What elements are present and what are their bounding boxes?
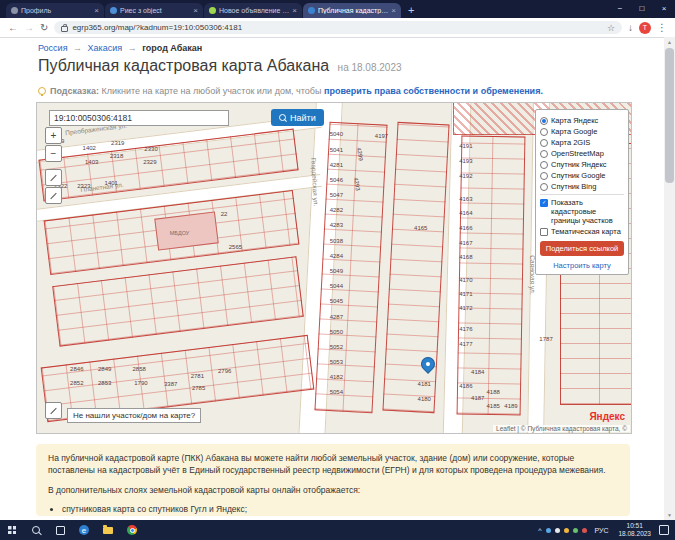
close-button[interactable]: × [653,0,675,17]
browser-tab[interactable]: Публичная кадастровая карта × [303,3,401,18]
parcel-number[interactable]: 2330 [144,146,157,152]
page-scrollbar[interactable]: ▲ ▼ [664,37,675,520]
parcel-number[interactable]: 4168 [459,254,472,260]
taskbar-search-button[interactable] [24,520,48,540]
parcel-number[interactable]: 4182 [330,374,343,380]
tab-close-icon[interactable]: × [391,6,396,15]
parcel-number[interactable]: 2329 [143,159,156,165]
browser-tab[interactable]: Профиль × [6,3,104,18]
layer-radio-option[interactable]: Спутник Bing [540,182,624,191]
bookmark-star-icon[interactable]: ☆ [607,23,615,33]
parcel-number[interactable]: 1402 [83,145,96,151]
hint-link[interactable]: проверить права собственности и обремене… [324,86,543,96]
parcel-number[interactable]: 5053 [330,359,343,365]
parcel-number[interactable]: 4180 [418,396,431,402]
reload-icon[interactable]: ↻ [40,23,48,33]
map-checkbox-option[interactable]: Тематическая карта [540,227,624,236]
parcel-number[interactable]: 4163 [459,196,472,202]
tray-icon[interactable] [573,528,578,533]
scroll-down-arrow[interactable]: ▼ [664,510,675,520]
parcel-number[interactable]: 4184 [471,369,484,375]
parcel-number[interactable]: 5050 [330,329,343,335]
parcel-number[interactable]: 2781 [191,373,204,379]
parcel-number[interactable]: 4167 [459,240,472,246]
parcel-number[interactable]: 5049 [330,268,343,274]
taskbar-chrome-button[interactable] [120,520,144,540]
parcel-number[interactable]: 2858 [132,366,145,372]
parcel-number[interactable]: 4165 [414,225,427,231]
layer-radio-option[interactable]: OpenStreetMap [540,149,624,158]
map-attribution[interactable]: Leaflet | © Публичная кадастровая карта,… [493,425,630,432]
parcel-number[interactable]: 4287 [330,314,343,320]
parcel-number[interactable]: 2565 [229,244,242,250]
parcel-number[interactable]: 4197 [375,133,388,139]
parcel-number[interactable]: 4170 [459,277,472,283]
measure-tool-button[interactable] [45,169,62,186]
parcel-number[interactable]: 1790 [134,380,147,386]
maximize-button[interactable]: □ [631,0,653,17]
parcel-number[interactable]: 2846 [70,366,83,372]
parcel-number[interactable]: 22 [221,211,228,217]
tab-close-icon[interactable]: × [193,6,198,15]
parcel-number[interactable]: 4283 [330,222,343,228]
browser-tab[interactable]: Новое объявление — Объявле × [204,3,302,18]
zoom-out-button[interactable]: − [45,145,62,162]
language-indicator[interactable]: РУС [594,527,608,534]
parcel-number[interactable]: 4177 [459,341,472,347]
notification-center-icon[interactable] [659,525,669,535]
parcel-number[interactable]: 4193 [459,158,472,164]
tray-icon[interactable] [546,528,551,533]
forward-icon[interactable]: → [24,23,34,33]
parcel-number[interactable]: 5041 [330,147,343,153]
parcel-number[interactable]: 5047 [330,192,343,198]
parcel-number[interactable]: 4166 [459,225,472,231]
taskbar-explorer-button[interactable] [96,520,120,540]
parcel-number[interactable]: 2318 [110,153,123,159]
parcel-number[interactable]: 2319 [111,140,124,146]
task-view-button[interactable] [48,520,72,540]
scroll-up-arrow[interactable]: ▲ [664,37,675,47]
map-settings-link[interactable]: Настроить карту [540,261,624,270]
parcel-number[interactable]: 4284 [330,253,343,259]
map-canvas[interactable]: МБДОУ Преображенская ул.Планетная ул.Гва… [36,102,632,434]
breadcrumb-link[interactable]: Россия [38,43,68,53]
tray-icon[interactable] [582,528,587,533]
parcel-number[interactable]: 2849 [98,366,111,372]
parcel-number[interactable]: 4186 [459,383,472,389]
map-checkbox-option[interactable]: Показать кадастровые границы участков [540,198,624,225]
tray-icon[interactable] [564,528,569,533]
parcel-number[interactable]: 4176 [459,326,472,332]
parcel-number[interactable]: 2852 [70,380,83,386]
edit-tool-button[interactable] [45,402,62,419]
not-found-link[interactable]: Не нашли участок/дом на карте? [67,408,201,423]
parcel-number[interactable]: 3387 [164,381,177,387]
layer-radio-option[interactable]: Карта Google [540,127,624,136]
parcel-number[interactable]: 5046 [330,177,343,183]
tray-expand-icon[interactable]: ^ [538,527,541,534]
parcel-number[interactable]: 4281 [330,162,343,168]
taskbar-edge-button[interactable]: e [72,520,96,540]
draw-tool-button[interactable] [45,187,62,204]
taskbar-clock[interactable]: 10:51 18.08.2023 [618,522,651,538]
layer-radio-option[interactable]: Спутник Яндекс [540,160,624,169]
parcel-number[interactable]: 2785 [192,385,205,391]
parcel-number[interactable]: 4185 [487,403,500,409]
browser-tab[interactable]: Риес з object × [105,3,203,18]
find-button[interactable]: Найти [271,109,324,126]
menu-kebab-icon[interactable]: ⋮ [657,23,667,33]
layer-radio-option[interactable]: Спутник Google [540,171,624,180]
share-link-button[interactable]: Поделиться ссылкой [540,241,624,256]
parcel-number[interactable]: 4187 [471,395,484,401]
back-icon[interactable]: ← [8,23,18,33]
layer-radio-option[interactable]: Карта Яндекс [540,116,624,125]
parcel-number[interactable]: 4192 [459,173,472,179]
parcel-number[interactable]: 4181 [418,381,431,387]
parcel-number[interactable]: 5044 [330,283,343,289]
start-button[interactable] [0,520,24,540]
tray-icon[interactable] [555,528,560,533]
profile-avatar[interactable]: Т [639,22,651,34]
parcel-number[interactable]: 4188 [487,389,500,395]
parcel-number[interactable]: 5045 [330,298,343,304]
parcel-number[interactable]: 5038 [330,238,343,244]
parcel-number[interactable]: 4164 [459,210,472,216]
